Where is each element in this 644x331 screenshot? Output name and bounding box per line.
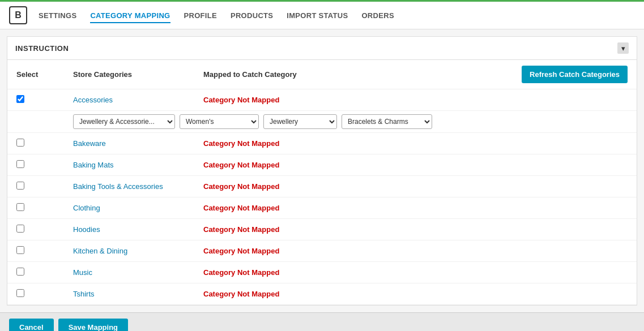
table-row: Bakeware Category Not Mapped — [7, 133, 637, 154]
checkbox-tshirts[interactable] — [16, 289, 24, 297]
save-mapping-button[interactable]: Save Mapping — [58, 319, 128, 331]
table-header: Select Store Categories Mapped to Catch … — [7, 60, 637, 89]
row-store-baking-mats: Baking Mats — [73, 161, 203, 169]
row-check-accessories — [16, 95, 73, 105]
table-row: Accessories Category Not Mapped — [7, 89, 637, 111]
chevron-down-icon: ▾ — [621, 44, 625, 53]
nav-item-category-mapping[interactable]: CATEGORY MAPPING — [90, 11, 170, 20]
nav-link-import-status[interactable]: IMPORT STATUS — [287, 11, 348, 22]
row-check-kitchen — [16, 246, 73, 256]
dropdowns-container: Jewellery & Accessorie... Women's Jewell… — [73, 114, 628, 129]
not-mapped-status: Category Not Mapped — [203, 204, 279, 212]
not-mapped-status: Category Not Mapped — [203, 225, 279, 234]
table-row: Music Category Not Mapped — [7, 262, 637, 283]
dropdown-jewellery[interactable]: Jewellery — [263, 114, 337, 129]
not-mapped-status: Category Not Mapped — [203, 96, 279, 104]
row-mapped-kitchen: Category Not Mapped — [203, 247, 628, 255]
row-mapped-clothing: Category Not Mapped — [203, 204, 628, 212]
table-row: Clothing Category Not Mapped — [7, 197, 637, 219]
logo-icon: B — [9, 6, 27, 24]
row-mapped-accessories: Category Not Mapped — [203, 96, 628, 104]
row-mapped-bakeware: Category Not Mapped — [203, 139, 628, 148]
row-store-kitchen: Kitchen & Dining — [73, 247, 203, 255]
row-check-music — [16, 268, 73, 277]
mapping-dropdowns-row: Jewellery & Accessorie... Women's Jewell… — [7, 111, 637, 133]
row-store-accessories: Accessories — [73, 96, 203, 104]
row-check-baking-mats — [16, 160, 73, 170]
checkbox-clothing[interactable] — [16, 203, 24, 211]
row-store-baking-tools: Baking Tools & Accessories — [73, 182, 203, 191]
table-row: Baking Tools & Accessories Category Not … — [7, 176, 637, 197]
checkbox-music[interactable] — [16, 268, 24, 276]
row-mapped-music: Category Not Mapped — [203, 268, 628, 277]
dropdown-jewellery-accessories[interactable]: Jewellery & Accessorie... — [73, 114, 175, 129]
not-mapped-status: Category Not Mapped — [203, 290, 279, 298]
row-store-music: Music — [73, 268, 203, 277]
checkbox-baking-mats[interactable] — [16, 160, 24, 168]
instruction-bar: INSTRUCTION ▾ — [7, 36, 637, 60]
nav-item-import-status[interactable]: IMPORT STATUS — [287, 11, 348, 20]
nav-link-profile[interactable]: PROFILE — [184, 11, 217, 22]
category-dropdowns: Jewellery & Accessorie... Women's Jewell… — [73, 114, 628, 129]
not-mapped-status: Category Not Mapped — [203, 182, 279, 191]
checkbox-baking-tools[interactable] — [16, 182, 24, 190]
dropdown-womens[interactable]: Women's — [180, 114, 259, 129]
nav-link-category-mapping[interactable]: CATEGORY MAPPING — [90, 11, 170, 23]
row-check-hoodies — [16, 225, 73, 234]
row-mapped-tshirts: Category Not Mapped — [203, 290, 628, 298]
row-check-baking-tools — [16, 182, 73, 191]
instruction-toggle[interactable]: ▾ — [617, 42, 629, 54]
col-store-header: Store Categories — [73, 70, 203, 79]
row-check-clothing — [16, 203, 73, 213]
table-row: Tshirts Category Not Mapped — [7, 283, 637, 305]
cancel-button[interactable]: Cancel — [9, 319, 54, 331]
col-select-header: Select — [16, 70, 73, 79]
refresh-catch-categories-button[interactable]: Refresh Catch Categories — [522, 66, 628, 83]
checkbox-bakeware[interactable] — [16, 139, 24, 147]
dropdown-bracelets-charms[interactable]: Bracelets & Charms — [342, 114, 432, 129]
row-store-tshirts: Tshirts — [73, 290, 203, 298]
col-mapped-header: Mapped to Catch Category — [203, 70, 522, 79]
table-row: Kitchen & Dining Category Not Mapped — [7, 240, 637, 262]
not-mapped-status: Category Not Mapped — [203, 139, 279, 148]
main-content: Select Store Categories Mapped to Catch … — [7, 60, 637, 306]
checkbox-hoodies[interactable] — [16, 225, 24, 233]
row-store-bakeware: Bakeware — [73, 139, 203, 148]
nav-item-products[interactable]: PRODUCTS — [231, 11, 273, 20]
not-mapped-status: Category Not Mapped — [203, 247, 279, 255]
checkbox-accessories[interactable] — [16, 95, 24, 103]
not-mapped-status: Category Not Mapped — [203, 268, 279, 277]
row-mapped-hoodies: Category Not Mapped — [203, 225, 628, 234]
row-store-clothing: Clothing — [73, 204, 203, 212]
row-check-bakeware — [16, 139, 73, 148]
top-navigation: B SETTINGS CATEGORY MAPPING PROFILE PROD… — [0, 0, 644, 29]
checkbox-kitchen[interactable] — [16, 246, 24, 254]
nav-link-orders[interactable]: ORDERS — [361, 11, 394, 22]
row-store-hoodies: Hoodies — [73, 225, 203, 234]
not-mapped-status: Category Not Mapped — [203, 161, 279, 169]
row-check-tshirts — [16, 289, 73, 299]
nav-item-settings[interactable]: SETTINGS — [39, 11, 76, 20]
footer: Cancel Save Mapping — [0, 312, 644, 331]
nav-item-profile[interactable]: PROFILE — [184, 11, 217, 20]
row-mapped-baking-tools: Category Not Mapped — [203, 182, 628, 191]
table-row: Baking Mats Category Not Mapped — [7, 154, 637, 176]
nav-link-settings[interactable]: SETTINGS — [39, 11, 76, 22]
nav-item-orders[interactable]: ORDERS — [361, 11, 394, 20]
row-mapped-baking-mats: Category Not Mapped — [203, 161, 628, 169]
instruction-label: INSTRUCTION — [15, 44, 69, 53]
nav-links: SETTINGS CATEGORY MAPPING PROFILE PRODUC… — [39, 11, 394, 20]
nav-link-products[interactable]: PRODUCTS — [231, 11, 273, 22]
table-row: Hoodies Category Not Mapped — [7, 219, 637, 240]
